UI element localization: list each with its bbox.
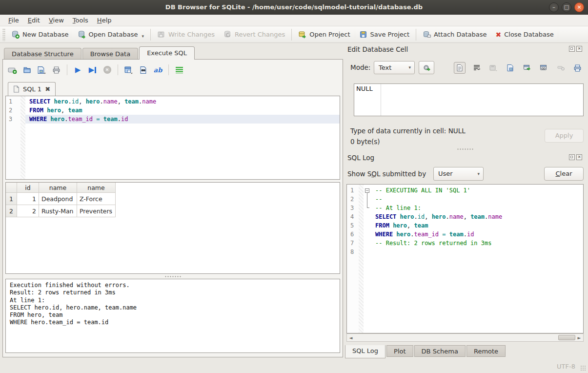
new-sql-tab-button[interactable] <box>8 65 17 75</box>
sql-log-view[interactable]: 1 2 3 4 5 6 7 8 -- EXECUTING ALL IN 'SQL… <box>346 184 584 333</box>
minimize-icon[interactable]: – <box>549 2 559 12</box>
log-line-1: -- EXECUTING ALL IN 'SQL 1' <box>371 186 583 195</box>
menubar: File Edit View Tools Help <box>0 15 588 26</box>
cell-size-info: 0 byte(s) <box>350 138 380 145</box>
editor-line-3[interactable]: WHERE hero.team_id = team.id <box>25 115 340 124</box>
column-header-name2[interactable]: name <box>77 183 116 193</box>
print-sql-button[interactable] <box>52 65 61 75</box>
float-panel-icon[interactable] <box>569 154 575 160</box>
execution-message[interactable]: Execution finished without errors. Resul… <box>5 279 340 353</box>
execute-all-button[interactable]: ▶ <box>73 65 82 75</box>
sql-source-select[interactable]: User ▾ <box>433 167 484 181</box>
dock-tab-plot[interactable]: Plot <box>386 345 413 357</box>
encoding-indicator[interactable]: UTF-8 <box>557 363 575 370</box>
open-in-app-icon[interactable] <box>521 62 533 74</box>
show-sql-label: Show SQL submitted by <box>347 170 426 178</box>
cell-editor[interactable]: NULL <box>354 83 584 116</box>
grid-corner[interactable] <box>6 183 17 193</box>
maximize-icon[interactable]: □ <box>562 2 571 12</box>
cell-hero-name[interactable]: Rusty-Man <box>39 205 77 217</box>
cell-team-name[interactable]: Preventers <box>77 205 116 217</box>
open-database-button[interactable]: Open Database ▾ <box>73 27 148 41</box>
link-data-icon[interactable] <box>538 62 550 74</box>
format-sql-button[interactable]: ab <box>153 65 162 75</box>
scroll-right-icon[interactable]: ► <box>575 335 583 340</box>
open-sql-file-button[interactable] <box>22 65 32 75</box>
editor-code[interactable]: SELECT hero.id, hero.name, team.name FRO… <box>25 96 340 179</box>
editor-line-1[interactable]: SELECT hero.id, hero.name, team.name <box>25 97 340 106</box>
results-grid[interactable]: id name name 1 1 Deadpond Z-Force 2 2 Ru… <box>5 182 340 274</box>
text-mode-icon[interactable] <box>454 62 466 74</box>
dock-tab-sql-log[interactable]: SQL Log <box>345 345 385 358</box>
revert-changes-button: Revert Changes <box>219 27 289 41</box>
dock-tabbar: SQL Log Plot DB Schema Remote <box>345 345 507 358</box>
cell-id[interactable]: 1 <box>17 193 39 205</box>
database-new-icon <box>11 30 20 39</box>
row-header[interactable]: 1 <box>6 193 17 205</box>
tab-database-structure[interactable]: Database Structure <box>4 48 81 60</box>
float-panel-icon[interactable] <box>569 46 575 52</box>
open-project-button[interactable]: Open Project <box>294 27 354 41</box>
column-header-name[interactable]: name <box>39 183 77 193</box>
new-database-button[interactable]: New Database <box>7 27 73 41</box>
tab-browse-data[interactable]: Browse Data <box>82 48 139 60</box>
scrollbar-track[interactable] <box>355 334 575 341</box>
scroll-left-icon[interactable]: ◄ <box>347 335 355 340</box>
cell-hero-name[interactable]: Deadpond <box>39 193 77 205</box>
execute-line-button[interactable]: ▶ <box>88 65 97 75</box>
tab-execute-sql[interactable]: Execute SQL <box>139 46 195 60</box>
close-panel-icon[interactable]: ✕ <box>576 46 582 52</box>
splitter-handle[interactable] <box>5 274 340 278</box>
log-code[interactable]: -- EXECUTING ALL IN 'SQL 1' -- -- At lin… <box>371 185 583 333</box>
menu-edit[interactable]: Edit <box>23 16 44 25</box>
scrollbar-thumb[interactable] <box>558 335 575 340</box>
editor-line-2[interactable]: FROM hero, team <box>25 106 340 115</box>
close-icon[interactable]: × <box>574 2 584 12</box>
sql-editor[interactable]: 1 2 3 SELECT hero.id, hero.name, team.na… <box>5 96 340 180</box>
print-cell-icon[interactable] <box>572 62 584 74</box>
log-horizontal-scrollbar[interactable]: ◄ ► <box>346 333 584 342</box>
sql-document-tab[interactable]: SQL 1 ✖ <box>8 82 56 96</box>
toolbar-separator <box>150 29 151 41</box>
close-panel-icon[interactable]: ✕ <box>576 154 582 160</box>
mode-select[interactable]: Text ▾ <box>374 61 415 74</box>
menu-file[interactable]: File <box>4 16 23 25</box>
export-results-button[interactable] <box>124 65 133 75</box>
table-row[interactable]: 1 1 Deadpond Z-Force <box>6 193 340 205</box>
clear-log-button[interactable]: Clear <box>544 167 584 181</box>
cell-id[interactable]: 2 <box>17 205 39 217</box>
word-wrap-icon[interactable] <box>471 62 483 74</box>
resize-grip-icon[interactable] <box>580 365 587 372</box>
titlebar[interactable]: DB Browser for SQLite - /home/user/code/… <box>0 0 588 15</box>
statusbar: UTF-8 <box>0 359 588 373</box>
fold-collapse-icon[interactable] <box>365 188 369 193</box>
editor-fold-margin <box>20 96 25 179</box>
table-row[interactable]: 2 2 Rusty-Man Preventers <box>6 205 340 217</box>
save-sql-file-button[interactable] <box>37 65 46 75</box>
find-in-sql-button[interactable] <box>139 65 148 75</box>
menu-help[interactable]: Help <box>93 16 116 25</box>
fold-corner-icon <box>367 207 369 208</box>
menu-tools[interactable]: Tools <box>68 16 93 25</box>
close-sql-tab-icon[interactable]: ✖ <box>45 85 50 93</box>
dock-tab-remote[interactable]: Remote <box>466 345 506 357</box>
save-project-button[interactable]: Save Project <box>355 27 414 41</box>
export-cell-icon[interactable] <box>505 62 516 74</box>
dock-tab-db-schema[interactable]: DB Schema <box>414 345 466 357</box>
toolbar-separator <box>416 29 416 41</box>
auto-switch-mode-button[interactable] <box>419 61 434 74</box>
execute-sql-page: ▶ ▶ ✕ ab SQL 1 ✖ 1 2 3 SELECT hero.id, h… <box>2 59 343 357</box>
row-header[interactable]: 2 <box>6 205 17 217</box>
column-header-id[interactable]: id <box>17 183 39 193</box>
toolbar-drag-handle[interactable] <box>2 28 5 41</box>
log-line-numbers: 1 2 3 4 5 6 7 8 <box>347 185 359 333</box>
splitter-handle[interactable] <box>346 147 584 151</box>
open-database-dropdown-icon[interactable]: ▾ <box>142 34 144 39</box>
cell-team-name[interactable]: Z-Force <box>77 193 116 205</box>
wrap-lines-icon <box>176 67 183 73</box>
project-save-icon <box>359 30 367 39</box>
close-database-button[interactable]: ✖ Close Database <box>491 28 558 41</box>
word-wrap-button[interactable] <box>175 65 184 75</box>
menu-view[interactable]: View <box>44 16 68 25</box>
attach-database-button[interactable]: Attach Database <box>418 27 491 41</box>
